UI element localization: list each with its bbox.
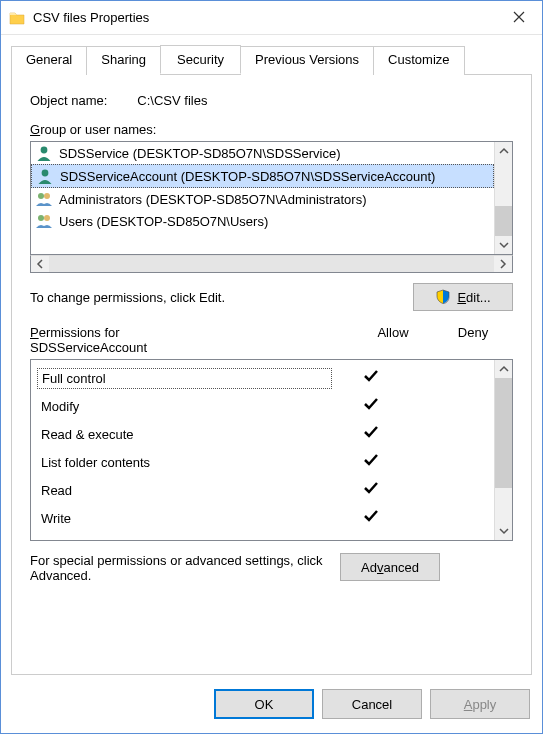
permissions-subject: SDSServiceAccount — [30, 340, 147, 355]
object-name-label: Object name: — [30, 93, 107, 108]
svg-point-1 — [42, 170, 49, 177]
users-icon — [35, 190, 53, 208]
group-user-label: Users (DESKTOP-SD85O7N\Users) — [59, 214, 268, 229]
scroll-thumb[interactable] — [495, 206, 512, 236]
group-user-label: SDSServiceAccount (DESKTOP-SD85O7N\SDSSe… — [60, 169, 435, 184]
svg-point-0 — [41, 147, 48, 154]
allow-check-icon — [332, 451, 410, 474]
user-icon — [36, 167, 54, 185]
svg-point-2 — [38, 193, 44, 199]
object-name-row: Object name: C:\CSV files — [30, 93, 513, 108]
group-user-label: Administrators (DESKTOP-SD85O7N\Administ… — [59, 192, 367, 207]
permission-name: List folder contents — [37, 453, 332, 472]
tab-general[interactable]: General — [11, 46, 87, 75]
allow-check-icon — [332, 395, 410, 418]
users-icon — [35, 212, 53, 230]
advanced-button[interactable]: Advanced — [340, 553, 440, 581]
group-list-vscrollbar[interactable] — [494, 142, 512, 254]
security-panel: Object name: C:\CSV files Group or user … — [11, 74, 532, 675]
group-user-list[interactable]: SDSService (DESKTOP-SD85O7N\SDSService)S… — [30, 141, 513, 255]
allow-check-icon — [332, 507, 410, 530]
edit-note: To change permissions, click Edit. — [30, 290, 413, 305]
properties-dialog: CSV files Properties General Sharing Sec… — [0, 0, 543, 734]
permission-name: Read & execute — [37, 425, 332, 444]
permission-row[interactable]: Full control — [37, 364, 488, 392]
permissions-list[interactable]: Full controlModifyRead & executeList fol… — [30, 359, 513, 541]
tab-customize[interactable]: Customize — [373, 46, 464, 75]
svg-point-5 — [44, 215, 50, 221]
permission-name: Write — [37, 509, 332, 528]
permissions-header: Permissions for SDSServiceAccount Allow … — [30, 325, 513, 355]
group-user-item[interactable]: SDSServiceAccount (DESKTOP-SD85O7N\SDSSe… — [31, 164, 494, 188]
apply-button[interactable]: Apply — [430, 689, 530, 719]
scroll-down-icon[interactable] — [495, 236, 512, 254]
allow-column-header: Allow — [353, 325, 433, 355]
permission-row[interactable]: Read & execute — [37, 420, 488, 448]
edit-button-label: Edit... — [457, 290, 490, 305]
hscroll-track[interactable] — [49, 256, 494, 272]
allow-check-icon — [332, 479, 410, 502]
permission-name: Read — [37, 481, 332, 500]
close-button[interactable] — [496, 3, 542, 33]
scroll-thumb[interactable] — [495, 378, 512, 488]
special-permissions-row: For special permissions or advanced sett… — [30, 553, 513, 583]
window-title: CSV files Properties — [33, 10, 496, 25]
permission-row[interactable]: Write — [37, 504, 488, 532]
scroll-right-icon[interactable] — [494, 256, 512, 272]
scroll-up-icon[interactable] — [495, 142, 512, 160]
group-user-item[interactable]: Administrators (DESKTOP-SD85O7N\Administ… — [31, 188, 494, 210]
group-user-item[interactable]: Users (DESKTOP-SD85O7N\Users) — [31, 210, 494, 232]
scroll-up-icon[interactable] — [495, 360, 512, 378]
object-name-value: C:\CSV files — [137, 93, 207, 108]
deny-column-header: Deny — [433, 325, 513, 355]
allow-check-icon — [332, 423, 410, 446]
edit-button[interactable]: Edit... — [413, 283, 513, 311]
tab-sharing[interactable]: Sharing — [86, 46, 161, 75]
group-list-hscrollbar[interactable] — [30, 255, 513, 273]
folder-icon — [9, 10, 25, 26]
ok-button[interactable]: OK — [214, 689, 314, 719]
special-permissions-text: For special permissions or advanced sett… — [30, 553, 340, 583]
permission-row[interactable]: Read — [37, 476, 488, 504]
group-user-label: SDSService (DESKTOP-SD85O7N\SDSService) — [59, 146, 341, 161]
scroll-left-icon[interactable] — [31, 256, 49, 272]
permission-name: Modify — [37, 397, 332, 416]
svg-point-4 — [38, 215, 44, 221]
allow-check-icon — [332, 367, 410, 390]
cancel-button[interactable]: Cancel — [322, 689, 422, 719]
scroll-down-icon[interactable] — [495, 522, 512, 540]
perm-list-vscrollbar[interactable] — [494, 360, 512, 540]
permission-row[interactable]: List folder contents — [37, 448, 488, 476]
edit-row: To change permissions, click Edit. Edit.… — [30, 283, 513, 311]
tab-security[interactable]: Security — [160, 45, 241, 74]
user-icon — [35, 144, 53, 162]
close-icon — [513, 10, 525, 26]
tabs: General Sharing Security Previous Versio… — [11, 45, 532, 74]
dialog-body: General Sharing Security Previous Versio… — [1, 35, 542, 675]
group-label: Group or user names: — [30, 122, 513, 137]
tab-previous-versions[interactable]: Previous Versions — [240, 46, 374, 75]
permission-name: Full control — [37, 368, 332, 389]
uac-shield-icon — [435, 289, 451, 305]
titlebar: CSV files Properties — [1, 1, 542, 35]
dialog-footer: OK Cancel Apply — [1, 675, 542, 733]
svg-point-3 — [44, 193, 50, 199]
permission-row[interactable]: Modify — [37, 392, 488, 420]
group-user-item[interactable]: SDSService (DESKTOP-SD85O7N\SDSService) — [31, 142, 494, 164]
